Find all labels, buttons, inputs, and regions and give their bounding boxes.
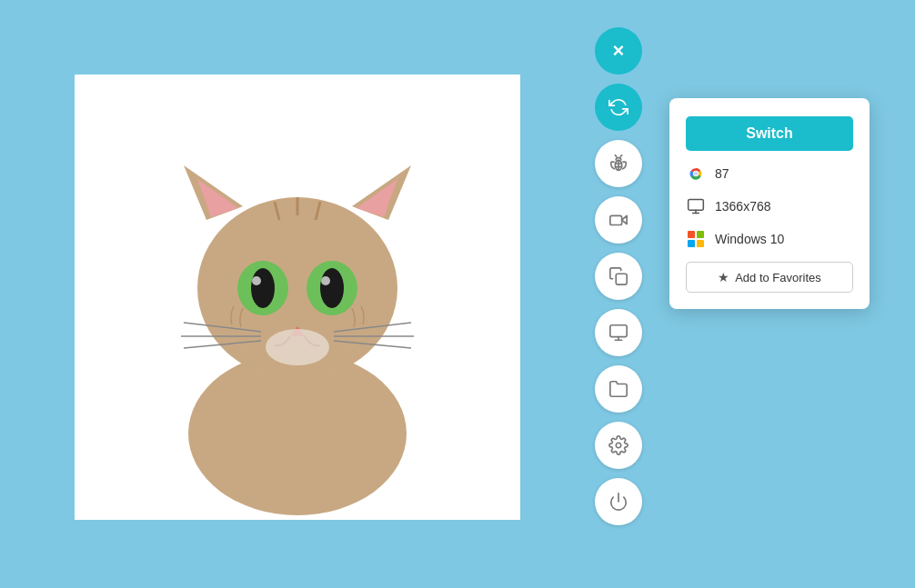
- settings-icon: [608, 435, 628, 455]
- monitor-info-icon: [686, 196, 706, 216]
- resolution-row: 1366x768: [686, 196, 853, 216]
- add-favorites-button[interactable]: ★ Add to Favorites: [686, 262, 853, 293]
- sidebar-toolbar: ×: [595, 27, 642, 525]
- sync-icon: [608, 97, 628, 117]
- svg-marker-29: [622, 215, 628, 224]
- svg-point-40: [694, 172, 699, 176]
- folder-icon: [608, 379, 628, 399]
- svg-rect-31: [610, 325, 627, 337]
- copy-button[interactable]: [595, 253, 642, 300]
- svg-point-14: [320, 268, 344, 308]
- svg-rect-30: [616, 274, 627, 284]
- close-button[interactable]: ×: [595, 27, 642, 75]
- add-favorites-label: Add to Favorites: [735, 271, 821, 284]
- switch-button[interactable]: Switch: [686, 116, 853, 151]
- svg-point-17: [266, 329, 329, 365]
- browser-version-row: 87: [686, 164, 853, 184]
- video-button[interactable]: [595, 196, 642, 244]
- svg-rect-41: [689, 200, 704, 211]
- bug-button[interactable]: [595, 140, 642, 187]
- svg-rect-28: [610, 215, 622, 224]
- svg-point-11: [251, 268, 275, 308]
- monitor-icon: [608, 323, 628, 343]
- power-button[interactable]: [595, 478, 642, 525]
- windows-icon: [686, 229, 706, 249]
- resolution-text: 1366x768: [715, 199, 771, 214]
- cat-image-container: [75, 75, 520, 520]
- browser-version-text: 87: [715, 166, 729, 181]
- bug-icon: [608, 154, 628, 174]
- folder-button[interactable]: [595, 365, 642, 413]
- video-icon: [608, 210, 628, 230]
- cat-illustration: [106, 79, 488, 515]
- settings-button[interactable]: [595, 422, 642, 469]
- svg-point-15: [321, 276, 330, 285]
- chrome-icon: [686, 164, 706, 184]
- popup-panel: Switch: [669, 98, 870, 309]
- os-text: Windows 10: [715, 232, 784, 246]
- close-icon: ×: [613, 41, 625, 61]
- svg-point-34: [616, 443, 621, 448]
- svg-point-12: [252, 276, 261, 285]
- star-icon: ★: [718, 270, 729, 284]
- os-row: Windows 10: [686, 229, 853, 249]
- sync-button[interactable]: [595, 84, 642, 131]
- monitor-button[interactable]: [595, 309, 642, 356]
- power-icon: [608, 492, 628, 512]
- copy-icon: [608, 266, 628, 286]
